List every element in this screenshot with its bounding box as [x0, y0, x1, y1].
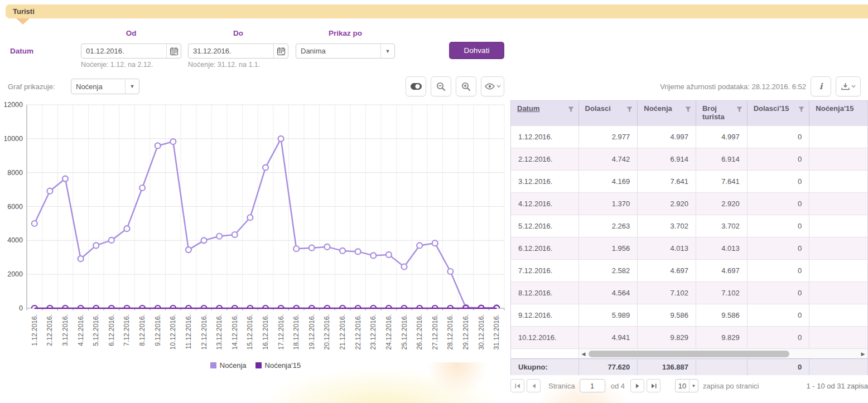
table-row[interactable]: 10.12.2016.4.9419.8299.8290: [511, 326, 867, 348]
legend-swatch: [255, 362, 262, 368]
scrollbar-thumb[interactable]: [589, 351, 789, 357]
date-to-calendar-button[interactable]: [273, 44, 288, 58]
od-label: Od: [81, 29, 181, 37]
table-row[interactable]: 6.12.2016.1.9564.0134.0130: [511, 237, 867, 259]
table-cell: [809, 237, 867, 259]
date-from-input[interactable]: 01.12.2016.: [81, 44, 166, 58]
column-header-0[interactable]: Datum: [511, 101, 579, 125]
next-page-button[interactable]: [630, 379, 644, 392]
table-cell: 7.102: [696, 282, 748, 304]
legend-item[interactable]: Noćenja'15: [255, 361, 301, 370]
page-total-label: od 4: [611, 382, 625, 390]
svg-text:27.12.2016.: 27.12.2016.: [431, 314, 439, 349]
table-cell: 10.12.2016.: [511, 327, 579, 348]
svg-text:28.12.2016.: 28.12.2016.: [446, 314, 454, 349]
footer-total: 136.887: [638, 359, 696, 375]
footer-total: 77.620: [579, 359, 638, 375]
table-cell: 7.641: [638, 171, 696, 192]
column-header-1[interactable]: Dolasci: [579, 101, 638, 125]
filter-icon[interactable]: [685, 106, 691, 113]
records-range-label: 1 - 10 od 31 zapisa: [806, 382, 868, 390]
page-number-input[interactable]: 1: [580, 379, 605, 392]
tab-pointer: [16, 18, 30, 25]
prev-page-button[interactable]: [527, 379, 541, 392]
svg-text:30.12.2016.: 30.12.2016.: [478, 314, 485, 349]
date-from-calendar-button[interactable]: [166, 44, 181, 58]
table-row[interactable]: 9.12.2016.5.9899.5869.5860: [511, 304, 867, 326]
filter-icon[interactable]: [568, 106, 574, 113]
table-cell: 2.12.2016.: [511, 148, 579, 170]
last-page-button[interactable]: [647, 379, 660, 392]
pagination-bar: Stranica 1 od 4 10 ▼ zapisa po stranici …: [510, 378, 868, 394]
svg-text:2000: 2000: [7, 270, 23, 278]
graf-prikazuje-select[interactable]: Noćenja ▼: [71, 79, 139, 94]
scroll-right-arrow[interactable]: ▶: [859, 351, 867, 357]
zoom-in-button[interactable]: [456, 76, 476, 96]
graf-prikazuje-label: Graf prikazuje:: [8, 82, 55, 91]
column-header-label: Noćenja'15: [816, 105, 864, 113]
filter-icon[interactable]: [736, 106, 742, 113]
table-row[interactable]: 4.12.2016.1.3702.9202.9200: [511, 192, 867, 215]
prikaz-po-label: Prikaz po: [296, 29, 395, 37]
table-row[interactable]: 1.12.2016.2.9774.9974.9970: [511, 125, 867, 148]
svg-text:10000: 10000: [4, 135, 23, 143]
filter-icon[interactable]: [798, 106, 804, 113]
scroll-left-arrow[interactable]: ◀: [579, 351, 588, 357]
page-size-value: 10: [676, 380, 689, 392]
info-button[interactable]: i: [811, 76, 831, 96]
column-header-4[interactable]: Dolasci'15: [748, 101, 810, 125]
chart-legend: NoćenjaNoćenja'15: [4, 361, 507, 370]
svg-text:10.12.2016.: 10.12.2016.: [169, 314, 177, 349]
svg-text:17.12.2016.: 17.12.2016.: [277, 314, 285, 349]
filter-icon[interactable]: [626, 106, 633, 113]
table-row[interactable]: 7.12.2016.2.5824.6974.6970: [511, 259, 867, 281]
chevron-down-icon: ▼: [126, 79, 139, 94]
table-row[interactable]: 3.12.2016.4.1697.6417.6410: [511, 170, 867, 192]
date-to-field: 31.12.2016.: [188, 43, 288, 59]
svg-text:4000: 4000: [7, 236, 23, 244]
prikaz-po-select[interactable]: Danima ▼: [296, 43, 395, 59]
date-to-input[interactable]: 31.12.2016.: [189, 44, 273, 58]
table-cell: 0: [748, 215, 810, 237]
visibility-menu-button[interactable]: [481, 76, 504, 96]
next-page-icon: [635, 383, 640, 389]
table-cell: 4.997: [696, 126, 748, 148]
table-row[interactable]: 5.12.2016.2.2633.7023.7020: [511, 215, 867, 237]
table-cell: [809, 327, 867, 348]
zoom-out-button[interactable]: [431, 76, 451, 96]
table-cell: 4.013: [696, 237, 748, 259]
column-header-2[interactable]: Noćenja: [638, 101, 696, 125]
footer-label: Ukupno:: [511, 359, 579, 375]
footer-total: [809, 359, 867, 375]
scrollbar-track[interactable]: ◀ ▶: [579, 349, 867, 358]
table-cell: 9.829: [638, 327, 696, 348]
column-header-label: Datum: [517, 105, 549, 113]
page-size-select[interactable]: 10 ▼: [675, 379, 698, 392]
table-row[interactable]: 8.12.2016.4.5647.1027.1020: [511, 281, 867, 304]
svg-text:1.12.2016.: 1.12.2016.: [31, 314, 38, 346]
table-cell: 4.169: [579, 171, 638, 192]
svg-text:29.12.2016.: 29.12.2016.: [462, 314, 470, 349]
table-cell: 4.564: [579, 282, 638, 304]
column-header-3[interactable]: Broj turista: [696, 101, 748, 125]
toggle-markers-button[interactable]: [406, 76, 426, 96]
svg-text:7.12.2016.: 7.12.2016.: [123, 314, 131, 346]
export-menu-button[interactable]: [836, 76, 861, 96]
table-cell: 1.370: [579, 193, 638, 215]
svg-text:31.12.2016.: 31.12.2016.: [493, 314, 500, 349]
table-cell: 4.941: [579, 327, 638, 348]
legend-item[interactable]: Noćenja: [210, 361, 247, 370]
table-cell: 0: [748, 327, 810, 348]
table-cell: 7.12.2016.: [511, 260, 579, 281]
table-cell: 2.977: [579, 126, 638, 148]
dohvati-button[interactable]: Dohvati: [449, 42, 504, 59]
table-row[interactable]: 2.12.2016.4.7426.9146.9140: [511, 148, 867, 170]
svg-text:9.12.2016.: 9.12.2016.: [154, 314, 162, 346]
svg-text:25.12.2016.: 25.12.2016.: [401, 314, 408, 349]
footer-total: [696, 359, 748, 375]
first-page-button[interactable]: [510, 379, 524, 392]
column-header-5[interactable]: Noćenja'15: [809, 101, 867, 125]
tab-turisti[interactable]: Turisti: [6, 4, 868, 18]
svg-text:15.12.2016.: 15.12.2016.: [246, 314, 254, 349]
table-cell: 0: [748, 193, 810, 215]
